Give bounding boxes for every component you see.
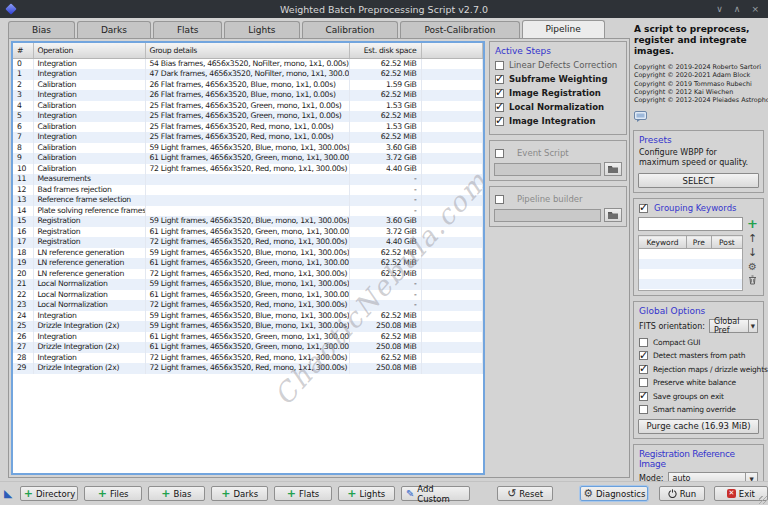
add-files-button[interactable]: + Files bbox=[84, 486, 141, 501]
option-rejection-maps[interactable]: Rejection maps / drizzle weights bbox=[639, 365, 758, 374]
pipeline-row[interactable]: 1Integration47 Dark frames, 4656x3520, N… bbox=[13, 69, 483, 80]
pipeline-row[interactable]: 10Calibration72 Light frames, 4656x3520,… bbox=[13, 164, 483, 175]
checkbox[interactable] bbox=[495, 61, 504, 70]
pipeline-row[interactable]: 8Calibration59 Light frames, 4656x3520, … bbox=[13, 143, 483, 154]
checkbox[interactable] bbox=[639, 392, 648, 401]
pipeline-row[interactable]: 7Integration25 Flat frames, 4656x3520, R… bbox=[13, 132, 483, 143]
add-custom-button[interactable]: ✎ Add Custom bbox=[401, 486, 470, 501]
pipeline-row[interactable]: 11Measurements- bbox=[13, 174, 483, 185]
checkbox[interactable] bbox=[639, 351, 648, 360]
option-compact-gui[interactable]: Compact GUI bbox=[639, 338, 758, 347]
pipeline-row[interactable]: 24Integration59 Light frames, 4656x3520,… bbox=[13, 311, 483, 322]
checkbox[interactable] bbox=[639, 378, 648, 387]
add-flats-button[interactable]: + Flats bbox=[274, 486, 331, 501]
reset-button[interactable]: ↺ Reset bbox=[497, 486, 553, 501]
checkbox[interactable] bbox=[639, 365, 648, 374]
pipeline-row[interactable]: 17Registration72 Light frames, 4656x3520… bbox=[13, 237, 483, 248]
step-image-registration[interactable]: Image Registration bbox=[495, 88, 621, 98]
keywords-table-body[interactable] bbox=[638, 249, 743, 291]
step-linear-defects-correction[interactable]: Linear Defects Correction bbox=[495, 60, 621, 70]
close-icon[interactable]: × bbox=[751, 0, 759, 18]
move-up-icon[interactable]: ↑ bbox=[748, 233, 757, 244]
fits-orientation-select[interactable]: Global Pref ▼ bbox=[709, 319, 758, 333]
pipeline-row[interactable]: 28Integration72 Light frames, 4656x3520,… bbox=[13, 353, 483, 364]
option-preserve-white-balance[interactable]: Preserve white balance bbox=[639, 378, 758, 387]
col-header-operation[interactable]: Operation bbox=[33, 43, 145, 58]
pipeline-row[interactable]: 29Drizzle Integration (2x)72 Light frame… bbox=[13, 363, 483, 374]
pipeline-row[interactable]: 16Registration61 Light frames, 4656x3520… bbox=[13, 227, 483, 238]
event-script-path-input[interactable] bbox=[494, 163, 601, 176]
checkbox[interactable] bbox=[495, 149, 504, 158]
pipeline-row[interactable]: 2Calibration26 Flat frames, 4656x3520, B… bbox=[13, 80, 483, 91]
option-detect-masters[interactable]: Detect masters from path bbox=[639, 351, 758, 360]
add-darks-button[interactable]: + Darks bbox=[211, 486, 268, 501]
checkbox[interactable] bbox=[495, 89, 504, 98]
pipeline-builder-path-input[interactable] bbox=[494, 209, 601, 222]
checkbox[interactable] bbox=[495, 103, 504, 112]
add-lights-button[interactable]: + Lights bbox=[338, 486, 395, 501]
step-subframe-weighting[interactable]: Subframe Weighting bbox=[495, 74, 621, 84]
run-button[interactable]: Run bbox=[659, 486, 704, 501]
checkbox[interactable] bbox=[639, 338, 648, 347]
checkbox[interactable] bbox=[495, 195, 504, 204]
pipeline-row[interactable]: 21Local Normalization59 Light frames, 46… bbox=[13, 279, 483, 290]
keyword-input[interactable] bbox=[638, 217, 743, 231]
add-keyword-icon[interactable]: + bbox=[747, 218, 758, 230]
tab-lights[interactable]: Lights bbox=[224, 21, 299, 38]
move-down-icon[interactable]: ↓ bbox=[748, 247, 757, 258]
pipeline-row[interactable]: 18LN reference generation59 Light frames… bbox=[13, 248, 483, 259]
pipeline-row[interactable]: 25Drizzle Integration (2x)59 Light frame… bbox=[13, 321, 483, 332]
comment-bubble-icon[interactable] bbox=[634, 111, 648, 124]
checkbox[interactable] bbox=[639, 204, 648, 213]
pipeline-builder-toggle[interactable]: Pipeline builder bbox=[495, 194, 621, 204]
add-bias-button[interactable]: + Bias bbox=[148, 486, 205, 501]
event-script-browse-button[interactable] bbox=[604, 162, 622, 176]
col-header-group-details[interactable]: Group details bbox=[145, 43, 349, 58]
purge-cache-button[interactable]: Purge cache (16.93 MiB) bbox=[638, 419, 759, 434]
pipeline-row[interactable]: 23Local Normalization72 Light frames, 46… bbox=[13, 300, 483, 311]
pipeline-row[interactable]: 14Plate solving reference frames- bbox=[13, 206, 483, 217]
checkbox[interactable] bbox=[495, 117, 504, 126]
reset-keywords-icon[interactable]: ⚙ bbox=[748, 261, 757, 272]
pipeline-row[interactable]: 27Drizzle Integration (2x)61 Light frame… bbox=[13, 342, 483, 353]
option-save-groups[interactable]: Save groups on exit bbox=[639, 392, 758, 401]
tab-darks[interactable]: Darks bbox=[77, 21, 151, 38]
resize-grip[interactable] bbox=[759, 496, 767, 504]
pipeline-row[interactable]: 13Reference frame selection- bbox=[13, 195, 483, 206]
delete-keyword-icon[interactable] bbox=[748, 275, 757, 287]
drag-instance-icon[interactable]: ◣ bbox=[4, 488, 12, 499]
pipeline-row[interactable]: 3Integration26 Flat frames, 4656x3520, B… bbox=[13, 90, 483, 101]
tab-post-calibration[interactable]: Post-Calibration bbox=[400, 21, 519, 38]
checkbox[interactable] bbox=[495, 75, 504, 84]
pipeline-row[interactable]: 4Calibration25 Flat frames, 4656x3520, G… bbox=[13, 101, 483, 112]
tab-flats[interactable]: Flats bbox=[153, 21, 222, 38]
pipeline-row[interactable]: 5Integration25 Flat frames, 4656x3520, G… bbox=[13, 111, 483, 122]
pipeline-row[interactable]: 12Bad frames rejection- bbox=[13, 185, 483, 196]
pipeline-row[interactable]: 15Registration59 Light frames, 4656x3520… bbox=[13, 216, 483, 227]
option-smart-naming[interactable]: Smart naming override bbox=[639, 405, 758, 414]
pipeline-row[interactable]: 19LN reference generation61 Light frames… bbox=[13, 258, 483, 269]
pipeline-table[interactable]: # Operation Group details Est. disk spac… bbox=[11, 41, 485, 475]
diagnostics-button[interactable]: ⚙ Diagnostics bbox=[580, 486, 648, 501]
tab-calibration[interactable]: Calibration bbox=[302, 21, 399, 38]
step-local-normalization[interactable]: Local Normalization bbox=[495, 102, 621, 112]
add-directory-button[interactable]: + Directory bbox=[20, 486, 78, 501]
tab-pipeline[interactable]: Pipeline bbox=[522, 20, 605, 38]
checkbox[interactable] bbox=[639, 405, 648, 414]
minimize-icon[interactable]: ∨ bbox=[716, 0, 723, 18]
pipeline-row[interactable]: 6Calibration25 Flat frames, 4656x3520, R… bbox=[13, 122, 483, 133]
col-header-disk-space[interactable]: Est. disk space bbox=[349, 43, 421, 58]
event-script-toggle[interactable]: Event Script bbox=[495, 148, 621, 158]
pipeline-row[interactable]: 20LN reference generation72 Light frames… bbox=[13, 269, 483, 280]
pipeline-builder-browse-button[interactable] bbox=[604, 208, 622, 222]
pipeline-row[interactable]: 26Integration61 Light frames, 4656x3520,… bbox=[13, 332, 483, 343]
col-header-index[interactable]: # bbox=[13, 43, 33, 58]
maximize-icon[interactable]: ∧ bbox=[734, 0, 741, 18]
pipeline-row[interactable]: 0Integration54 Bias frames, 4656x3520, N… bbox=[13, 58, 483, 69]
pipeline-row[interactable]: 22Local Normalization61 Light frames, 46… bbox=[13, 290, 483, 301]
tab-bias[interactable]: Bias bbox=[8, 21, 75, 38]
presets-select-button[interactable]: SELECT bbox=[638, 173, 759, 188]
grouping-keywords-toggle[interactable]: Grouping Keywords bbox=[639, 203, 758, 213]
pipeline-row[interactable]: 9Calibration61 Light frames, 4656x3520, … bbox=[13, 153, 483, 164]
step-image-integration[interactable]: Image Integration bbox=[495, 116, 621, 126]
